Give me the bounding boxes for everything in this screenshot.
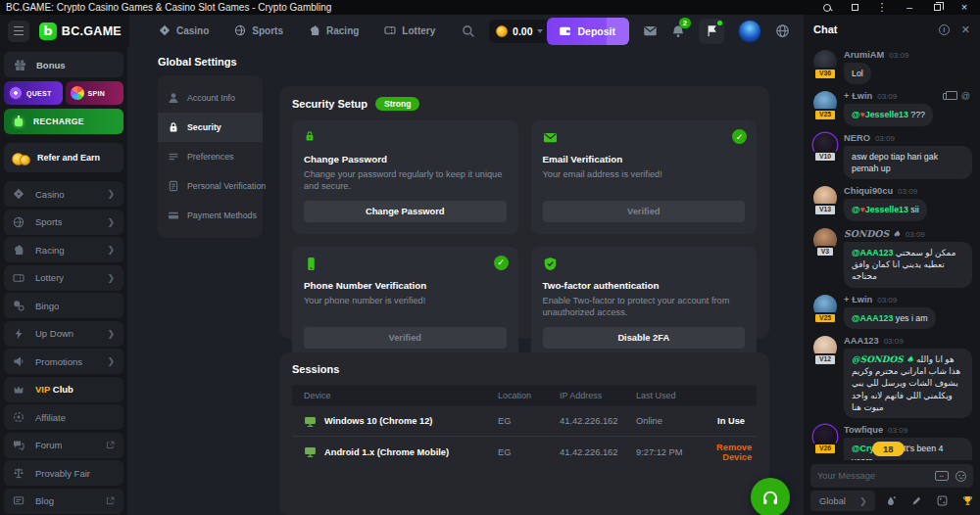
chat-timestamp: 03:09: [877, 92, 897, 101]
menu-kebab-icon[interactable]: ⋮: [876, 2, 888, 14]
emoji-icon[interactable]: [956, 471, 966, 482]
sidebar-item-bonus[interactable]: Bonus: [4, 52, 123, 77]
chat-username[interactable]: + Ɫwin: [844, 295, 872, 304]
nav-link-casino[interactable]: Casino: [159, 24, 209, 38]
spin-wheel-icon: [71, 86, 84, 100]
sidebar-item-label: Promotions: [35, 356, 82, 367]
user-mention[interactable]: @AAA123: [852, 313, 893, 323]
promotions-flag-icon[interactable]: [699, 19, 724, 44]
promo-new-dot: [717, 21, 722, 25]
pencil-icon[interactable]: [911, 495, 922, 506]
nav-link-racing[interactable]: Racing: [309, 24, 359, 38]
rain-icon[interactable]: [886, 495, 897, 506]
sidebar-item-blog[interactable]: Blog: [4, 489, 123, 514]
gif-icon[interactable]: ▪▪: [935, 471, 949, 481]
security-card-button[interactable]: Change Password: [304, 201, 507, 222]
dice-icon[interactable]: [937, 495, 948, 506]
sidebar-item-sports[interactable]: Sports❯: [4, 210, 123, 235]
nav-link-lottery[interactable]: Lottery: [384, 24, 435, 38]
sidebar-item-lottery[interactable]: Lottery❯: [4, 265, 123, 291]
chevron-right-icon: ❯: [107, 217, 115, 227]
chat-username[interactable]: AAA123: [844, 336, 879, 346]
sidebar-item-affiliate[interactable]: Affiliate: [4, 404, 123, 430]
sidebar-item-forum[interactable]: Forum: [4, 433, 123, 458]
settings-menu-label: Security: [187, 122, 221, 132]
chat-room-selector[interactable]: Global ❯: [810, 491, 875, 511]
hamburger-menu-button[interactable]: [8, 21, 29, 42]
settings-menu-item-personal-verification[interactable]: Personal Verification: [158, 171, 263, 201]
security-card-button[interactable]: Verified: [543, 201, 746, 222]
gold-coins-icon: [12, 151, 29, 164]
session-device-name: Android 1.x (Chrome Mobile): [324, 447, 449, 457]
sidebar-item-provably-fair[interactable]: Provably Fair: [4, 460, 123, 486]
notifications-bell-icon[interactable]: 2: [671, 24, 685, 38]
chat-username[interactable]: ArumiAM: [844, 50, 884, 60]
settings-menu-item-account-info[interactable]: Account Info: [158, 83, 263, 113]
chat-username[interactable]: Towfique: [844, 425, 883, 435]
inbox-icon[interactable]: [643, 23, 658, 38]
chat-timestamp: 03:09: [884, 337, 904, 346]
user-mention[interactable]: @SONDOS ♠: [852, 354, 913, 364]
user-mention[interactable]: Jesselle13: [865, 110, 908, 119]
security-card-button[interactable]: Disable 2FA: [543, 327, 746, 349]
session-device: Windows 10 (Chrome 12): [304, 415, 498, 428]
spin-button[interactable]: SPIN: [66, 81, 124, 105]
remove-device-button[interactable]: Remove Device: [716, 443, 752, 462]
search-icon[interactable]: [821, 2, 833, 14]
search-icon[interactable]: [462, 24, 475, 38]
session-location: EG: [498, 447, 560, 457]
bcgame-logo[interactable]: b BC.GAME: [39, 23, 122, 40]
settings-menu-label: Payment Methods: [187, 211, 257, 220]
wallet-balance[interactable]: 0.00: [489, 20, 551, 43]
user-mention[interactable]: @: [852, 110, 860, 119]
chat-message-input[interactable]: [817, 471, 935, 481]
sidebar-item-bingo[interactable]: Bingo: [4, 293, 123, 318]
page-title: BC.GAME: Crypto Casino Games & Casino Sl…: [6, 2, 331, 13]
user-mention[interactable]: @: [852, 205, 860, 214]
user-avatar[interactable]: [738, 20, 761, 43]
chat-text: Lol: [852, 69, 863, 78]
security-setup-panel: Security Setup Strong Change PasswordCha…: [279, 86, 769, 339]
globe-icon[interactable]: [775, 23, 790, 38]
session-ip: 41.42.226.162: [560, 447, 636, 457]
user-mention[interactable]: Jesselle13: [865, 205, 908, 214]
sidebar-item-racing[interactable]: Racing❯: [4, 237, 123, 262]
sidebar-item-vip-club[interactable]: VIP Club: [4, 377, 123, 402]
settings-menu-label: Preferences: [187, 152, 233, 162]
sidebar-item-promotions[interactable]: Promotions❯: [4, 349, 123, 374]
chat-username[interactable]: Chiqui90cu: [844, 186, 893, 196]
refer-and-earn-button[interactable]: Refer and Earn: [4, 143, 123, 172]
deposit-button[interactable]: Deposit: [547, 18, 629, 45]
user-mention[interactable]: @AAA123: [852, 248, 893, 258]
mention-icon[interactable]: @: [961, 91, 970, 101]
security-card-button[interactable]: Verified: [304, 327, 507, 349]
settings-menu-item-preferences[interactable]: Preferences: [158, 142, 263, 171]
chat-username[interactable]: + Ɫwin: [844, 91, 872, 101]
maximize-button[interactable]: [931, 2, 943, 14]
settings-menu-item-payment-methods[interactable]: Payment Methods: [158, 201, 263, 230]
quest-button[interactable]: QUEST: [4, 81, 63, 105]
chat-info-icon[interactable]: i: [939, 24, 950, 35]
tabs-icon[interactable]: [849, 2, 860, 14]
sidebar-item-casino[interactable]: Casino❯: [4, 181, 123, 207]
sidebar-item-up-down[interactable]: Up Down❯: [4, 321, 123, 347]
support-chat-button[interactable]: [751, 478, 790, 515]
chat-username[interactable]: SONDOS ♠: [844, 228, 901, 239]
security-card-title: Phone Number Verification: [304, 280, 507, 291]
close-button[interactable]: ×: [958, 2, 970, 14]
tip-icon[interactable]: [943, 93, 953, 100]
recharge-button[interactable]: RECHARGE: [4, 109, 123, 134]
minimize-button[interactable]: –: [904, 2, 915, 14]
nav-link-sports[interactable]: Sports: [234, 24, 283, 38]
chat-close-icon[interactable]: ✕: [961, 24, 970, 35]
ball-icon: [13, 216, 24, 228]
settings-menu-item-security[interactable]: Security: [158, 113, 263, 142]
chat-username[interactable]: NERO: [844, 133, 870, 143]
chat-timestamp: 03:09: [889, 51, 908, 60]
chat-title: Chat: [813, 23, 837, 35]
new-messages-pill[interactable]: 18: [872, 442, 905, 456]
trophy-icon[interactable]: [962, 495, 973, 506]
vip-level-badge: V3: [815, 246, 835, 258]
chat-text: sii: [908, 205, 919, 214]
nav-link-label: Lottery: [402, 25, 435, 36]
